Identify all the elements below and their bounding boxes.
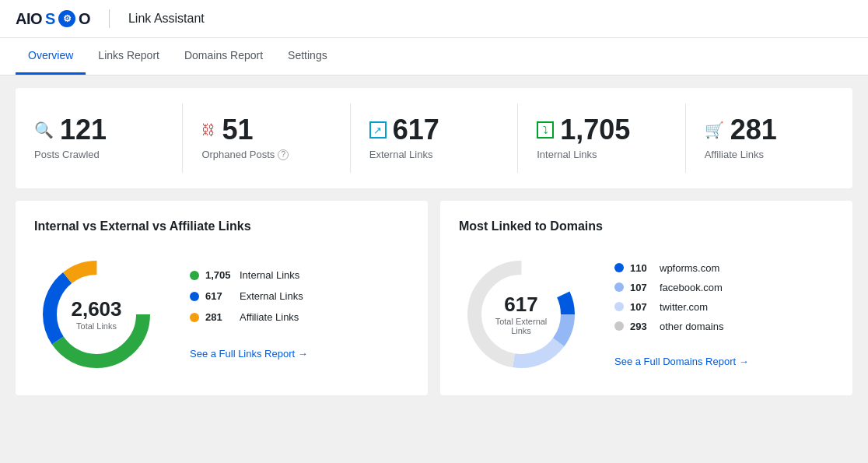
domains-donut-center: 617 Total External Links xyxy=(490,294,552,335)
legend-dot-external xyxy=(190,292,199,301)
orphaned-help-icon[interactable]: ? xyxy=(278,149,289,160)
header-divider xyxy=(109,9,110,28)
domains-total-label: Total External Links xyxy=(490,317,552,335)
links-donut-wrapper: 2,603 Total Links xyxy=(34,252,159,377)
domain-count-wpforms: 110 xyxy=(630,262,653,274)
links-total-label: Total Links xyxy=(71,321,121,331)
domain-dot-wpforms xyxy=(614,263,624,272)
domains-total-number: 617 xyxy=(490,294,552,314)
domain-label-facebook: facebook.com xyxy=(660,282,723,293)
affiliate-links-number: 281 xyxy=(730,116,777,144)
main-content: 🔍 121 Posts Crawled ⛓ 51 Orphaned Posts … xyxy=(0,75,868,408)
domains-donut-wrapper: 617 Total External Links xyxy=(459,252,583,377)
domains-chart-title: Most Linked to Domains xyxy=(459,219,834,233)
links-donut-center: 2,603 Total Links xyxy=(71,299,121,331)
domain-item-other: 293 other domains xyxy=(614,321,749,332)
domain-label-other: other domains xyxy=(660,321,723,332)
legend-label-external: External Links xyxy=(240,290,303,302)
affiliate-links-label: Affiliate Links xyxy=(705,149,764,160)
orphaned-posts-number: 51 xyxy=(222,116,253,144)
domain-dot-facebook xyxy=(614,282,624,292)
tab-settings[interactable]: Settings xyxy=(275,38,340,75)
nav-tabs: Overview Links Report Domains Report Set… xyxy=(0,38,868,75)
orphaned-posts-label: Orphaned Posts ? xyxy=(201,149,289,160)
stat-orphaned-posts: ⛓ 51 Orphaned Posts ? xyxy=(183,103,350,173)
stats-card: 🔍 121 Posts Crawled ⛓ 51 Orphaned Posts … xyxy=(16,88,852,188)
domains-chart-card: Most Linked to Domains xyxy=(440,201,852,395)
links-chart-title: Internal vs External vs Affiliate Links xyxy=(34,219,409,233)
domains-legend: 110 wpforms.com 107 facebook.com 107 twi… xyxy=(614,262,749,367)
logo-gear-icon: ⚙ xyxy=(58,10,75,27)
domain-dot-twitter xyxy=(614,302,624,311)
legend-dot-affiliate xyxy=(190,313,199,322)
domain-item-wpforms: 110 wpforms.com xyxy=(614,262,749,274)
stat-external-links: ↗ 617 External Links xyxy=(351,103,518,173)
logo: AIOS⚙O xyxy=(16,10,90,28)
legend-count-external: 617 xyxy=(205,290,233,302)
legend-label-affiliate: Affiliate Links xyxy=(240,311,299,323)
internal-links-number: 1,705 xyxy=(560,116,630,144)
legend-item-affiliate: 281 Affiliate Links xyxy=(190,311,308,323)
full-domains-report-link[interactable]: See a Full Domains Report → xyxy=(614,356,749,367)
legend-item-internal: 1,705 Internal Links xyxy=(190,269,308,281)
internal-links-label: Internal Links xyxy=(537,149,597,160)
affiliate-links-icon: 🛒 xyxy=(705,121,724,139)
tab-domains-report[interactable]: Domains Report xyxy=(172,38,275,75)
app-title: Link Assistant xyxy=(128,12,205,26)
logo-text-eo: O xyxy=(79,10,90,28)
domain-item-twitter: 107 twitter.com xyxy=(614,301,749,313)
posts-crawled-number: 121 xyxy=(60,116,107,144)
external-links-label: External Links xyxy=(369,149,433,160)
links-chart-card: Internal vs External vs Affiliate Links xyxy=(16,201,428,395)
posts-crawled-icon: 🔍 xyxy=(34,121,54,139)
domain-item-facebook: 107 facebook.com xyxy=(614,282,749,293)
full-links-report-link[interactable]: See a Full Links Report → xyxy=(190,348,308,360)
charts-row: Internal vs External vs Affiliate Links xyxy=(16,201,852,395)
domain-count-twitter: 107 xyxy=(630,301,653,313)
legend-count-internal: 1,705 xyxy=(205,269,233,281)
domain-label-twitter: twitter.com xyxy=(660,301,708,313)
external-links-number: 617 xyxy=(393,116,439,144)
orphaned-posts-icon: ⛓ xyxy=(201,122,215,139)
app-header: AIOS⚙O Link Assistant xyxy=(0,0,868,38)
domains-donut-section: 617 Total External Links 110 wpforms.com… xyxy=(459,252,834,377)
legend-count-affiliate: 281 xyxy=(205,311,233,323)
stat-affiliate-links: 🛒 281 Affiliate Links xyxy=(686,103,852,173)
links-legend: 1,705 Internal Links 617 External Links … xyxy=(190,269,308,360)
posts-crawled-label: Posts Crawled xyxy=(34,149,100,160)
legend-item-external: 617 External Links xyxy=(190,290,308,302)
domain-count-facebook: 107 xyxy=(630,282,653,293)
logo-text-aio: AIO xyxy=(16,10,42,28)
domain-label-wpforms: wpforms.com xyxy=(660,262,719,274)
links-donut-section: 2,603 Total Links 1,705 Internal Links 6… xyxy=(34,252,409,377)
domain-dot-other xyxy=(614,321,624,331)
internal-links-icon: ⤵ xyxy=(537,121,554,139)
stat-posts-crawled: 🔍 121 Posts Crawled xyxy=(16,103,183,173)
logo-text-s: S xyxy=(45,10,55,28)
domain-count-other: 293 xyxy=(630,321,653,332)
stat-internal-links: ⤵ 1,705 Internal Links xyxy=(518,103,685,173)
external-links-icon: ↗ xyxy=(369,121,387,139)
legend-label-internal: Internal Links xyxy=(240,269,299,281)
tab-overview[interactable]: Overview xyxy=(16,38,86,75)
tab-links-report[interactable]: Links Report xyxy=(86,38,172,75)
legend-dot-internal xyxy=(190,271,199,280)
links-total-number: 2,603 xyxy=(71,299,121,319)
